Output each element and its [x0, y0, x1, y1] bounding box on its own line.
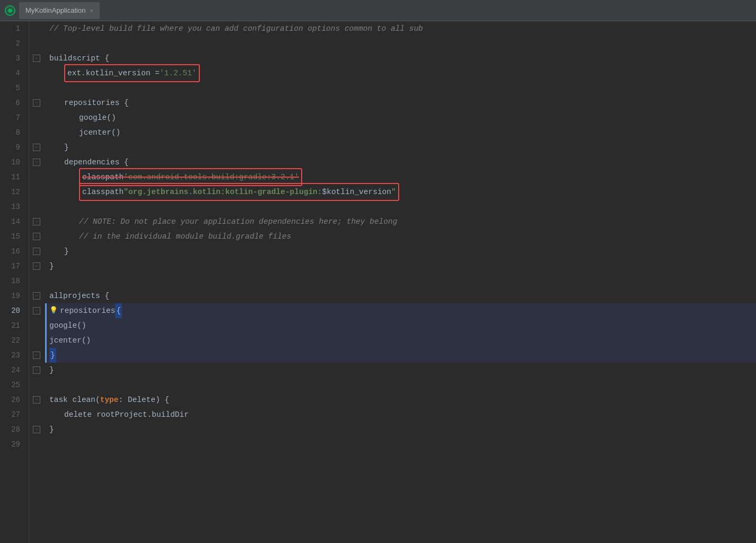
line-num-13: 13	[4, 199, 20, 214]
fold-icon-3[interactable]: −	[33, 55, 40, 62]
title-bar: MyKotlinApplication ×	[0, 0, 756, 21]
line-num-25: 25	[4, 378, 20, 392]
line-numbers: 1 2 3 4 5 6 7 8 9 10 11 12 13 14 15 16 1…	[0, 21, 29, 543]
gutter-23[interactable]: −	[29, 348, 45, 363]
fold-icon-15[interactable]: −	[33, 233, 40, 240]
editor-tab[interactable]: MyKotlinApplication ×	[19, 2, 100, 19]
line-num-12: 12	[4, 185, 20, 199]
fold-icon-26[interactable]: −	[33, 396, 40, 404]
line-9-text: }	[64, 140, 69, 155]
gutter-17[interactable]: −	[29, 259, 45, 274]
gutter-21	[29, 318, 45, 333]
line-11-value: 'com.android.tools.build:gradle:3.2.1'	[124, 170, 299, 185]
line-4-value: '1.2.51'	[160, 66, 197, 81]
line-num-26: 26	[4, 392, 20, 407]
fold-icon-17[interactable]: −	[33, 262, 40, 270]
gutter-3[interactable]: −	[29, 51, 45, 66]
code-line-25	[45, 378, 756, 392]
code-line-3: buildscript {	[45, 51, 756, 66]
gutter-26[interactable]: −	[29, 392, 45, 407]
fold-icon-28[interactable]: −	[33, 426, 40, 433]
line-num-14: 14	[4, 214, 20, 229]
line-num-21: 21	[4, 318, 20, 333]
fold-icon-14[interactable]: −	[33, 218, 40, 225]
line-num-22: 22	[4, 333, 20, 348]
line-26-colon: : Delete) {	[119, 392, 170, 407]
code-line-8: jcenter()	[45, 125, 756, 140]
line-num-9: 9	[4, 140, 20, 155]
lightbulb-icon[interactable]: 💡	[49, 303, 58, 318]
gutter-18	[29, 274, 45, 288]
line-4-varname: ext.kotlin_version =	[67, 66, 160, 81]
code-line-13	[45, 199, 756, 214]
gutter-19[interactable]: −	[29, 288, 45, 303]
code-line-17: }	[45, 259, 756, 274]
gutter-9[interactable]: −	[29, 140, 45, 155]
code-line-28: }	[45, 422, 756, 437]
code-line-5	[45, 81, 756, 95]
gutter-4	[29, 66, 45, 81]
line-19-text: allprojects {	[49, 288, 109, 303]
line-24-text: }	[49, 363, 54, 378]
line-num-24: 24	[4, 363, 20, 378]
gutter-10[interactable]: −	[29, 155, 45, 170]
line-12-var: $kotlin_version	[322, 185, 392, 199]
gutter-6[interactable]: −	[29, 95, 45, 110]
gutter-5	[29, 81, 45, 95]
line-27-text: delete rootProject.buildDir	[64, 407, 189, 422]
line-6-text: repositories {	[64, 95, 129, 110]
code-line-9: }	[45, 140, 756, 155]
line-num-4: 4	[4, 66, 20, 81]
gutter-8	[29, 125, 45, 140]
code-line-19: allprojects {	[45, 288, 756, 303]
gutter-14[interactable]: −	[29, 214, 45, 229]
gutter: − − − − − − − − − − − − −	[29, 21, 45, 543]
line-num-16: 16	[4, 244, 20, 259]
gutter-24[interactable]: −	[29, 363, 45, 378]
code-content[interactable]: // Top-level build file where you can ad…	[45, 21, 756, 543]
fold-icon-6[interactable]: −	[33, 99, 40, 107]
line-20-repositories: repositories	[60, 303, 115, 318]
gutter-20[interactable]: −	[29, 303, 45, 318]
line-num-23: 23	[4, 348, 20, 363]
gutter-28[interactable]: −	[29, 422, 45, 437]
code-line-22: jcenter()	[45, 333, 756, 348]
gutter-27	[29, 407, 45, 422]
code-line-7: google()	[45, 110, 756, 125]
kotlin-version-box: ext.kotlin_version = '1.2.51'	[64, 64, 200, 82]
code-line-24: }	[45, 363, 756, 378]
line-num-29: 29	[4, 437, 20, 452]
code-line-14: // NOTE: Do not place your application d…	[45, 214, 756, 229]
code-line-10: dependencies {	[45, 155, 756, 170]
gutter-16[interactable]: −	[29, 244, 45, 259]
gutter-1	[29, 21, 45, 36]
fold-icon-23[interactable]: −	[33, 352, 40, 359]
fold-icon-20[interactable]: −	[33, 307, 40, 314]
tab-close-button[interactable]: ×	[90, 7, 93, 14]
code-line-21: google()	[45, 318, 756, 333]
line-num-19: 19	[4, 288, 20, 303]
code-editor: 1 2 3 4 5 6 7 8 9 10 11 12 13 14 15 16 1…	[0, 21, 756, 543]
tab-title: MyKotlinApplication	[25, 6, 85, 14]
gutter-15[interactable]: −	[29, 229, 45, 244]
line-num-8: 8	[4, 125, 20, 140]
line-num-7: 7	[4, 110, 20, 125]
fold-icon-24[interactable]: −	[33, 366, 40, 374]
line-16-text: }	[64, 244, 69, 259]
code-line-16: }	[45, 244, 756, 259]
fold-icon-10[interactable]: −	[33, 159, 40, 166]
fold-icon-9[interactable]: −	[33, 144, 40, 151]
gutter-11	[29, 170, 45, 185]
code-line-29	[45, 437, 756, 452]
line-11-classpath: classpath	[82, 170, 124, 185]
fold-icon-16[interactable]: −	[33, 248, 40, 255]
line-7-text: google()	[79, 110, 116, 125]
line-26-type-keyword: type	[100, 392, 119, 407]
gutter-12	[29, 185, 45, 199]
code-line-27: delete rootProject.buildDir	[45, 407, 756, 422]
line-num-18: 18	[4, 274, 20, 288]
line-14-text: // NOTE: Do not place your application d…	[79, 214, 397, 229]
line-12-classpath: classpath	[82, 185, 124, 199]
fold-icon-19[interactable]: −	[33, 292, 40, 300]
line-num-15: 15	[4, 229, 20, 244]
